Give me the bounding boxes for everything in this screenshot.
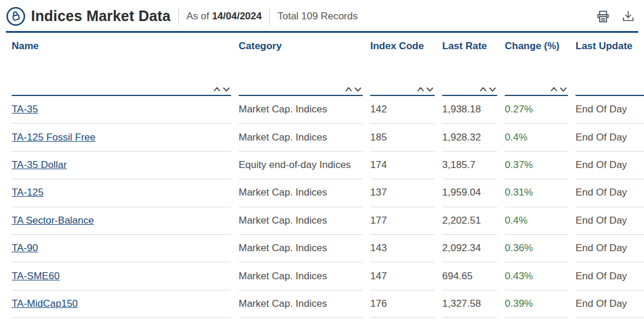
cell-change-pct: 0.31% (505, 179, 568, 207)
index-name-link[interactable]: TA-125 Fossil Free (12, 132, 95, 143)
cell-last-rate: 1,938.18 (442, 96, 497, 124)
cell-last-rate: 1,928.32 (442, 124, 497, 151)
index-name-link[interactable]: TA-125 (12, 187, 44, 198)
column-header-last-update: Last Update (576, 33, 644, 55)
chevron-down-icon[interactable] (488, 85, 497, 93)
as-of-date: As of14/04/2024 (187, 11, 262, 22)
cell-last-update: End Of Day (576, 290, 644, 318)
as-of-label: As of (187, 11, 209, 22)
sort-control-change (549, 85, 568, 93)
cell-last-update: End Of Day (576, 179, 644, 207)
cell-last-rate: 2,092.34 (442, 235, 497, 262)
chevron-up-icon[interactable] (212, 85, 222, 93)
filter-cell-category (239, 55, 363, 96)
printer-icon (595, 8, 611, 25)
cell-name: TA-MidCap150 (12, 290, 231, 318)
filter-cell-last-update (576, 55, 644, 96)
cell-last-update: End Of Day (576, 235, 644, 262)
cell-last-rate: 1,959.04 (442, 179, 497, 207)
column-header-last-rate: Last Rate (442, 33, 497, 55)
indices-table: NameCategoryIndex CodeLast RateChange (%… (0, 33, 644, 318)
filter-input-category[interactable] (239, 79, 344, 93)
cell-change-pct: 0.39% (505, 290, 568, 318)
index-name-link[interactable]: TA Sector-Balance (12, 215, 94, 227)
sort-control-name (212, 85, 231, 93)
cell-name: TA-125 (12, 179, 231, 207)
filter-input-change[interactable] (505, 79, 549, 93)
cell-last-update: End Of Day (576, 96, 644, 124)
cell-index-code: 177 (370, 207, 435, 235)
chevron-up-icon[interactable] (478, 85, 488, 93)
filter-input-last-update[interactable] (576, 79, 644, 93)
cell-last-rate: 694.65 (442, 262, 497, 290)
cell-category: Market Cap. Indices (239, 290, 363, 318)
cell-category: Market Cap. Indices (239, 124, 363, 151)
column-header-category: Category (239, 33, 363, 55)
download-button[interactable] (619, 8, 637, 25)
cell-category: Market Cap. Indices (239, 207, 363, 235)
filter-cell-index-code (370, 55, 435, 96)
cell-last-update: End Of Day (576, 124, 644, 151)
column-header-change: Change (%) (505, 33, 568, 55)
filter-input-index-code[interactable] (370, 79, 416, 93)
cell-last-rate: 3,185.7 (442, 152, 497, 179)
cell-last-update: End Of Day (576, 152, 644, 179)
chevron-down-icon[interactable] (353, 85, 363, 93)
cell-category: Market Cap. Indices (239, 96, 363, 124)
cell-index-code: 143 (370, 235, 435, 262)
chevron-up-icon[interactable] (344, 85, 353, 93)
cell-category: Market Cap. Indices (239, 179, 363, 207)
cell-change-pct: 0.43% (505, 262, 568, 290)
filter-input-last-rate[interactable] (442, 79, 478, 93)
cell-index-code: 142 (370, 96, 435, 124)
cell-name: TA-35 (12, 96, 231, 124)
filter-cell-change (505, 55, 568, 96)
filter-cell-last-rate (442, 55, 497, 96)
cell-index-code: 174 (370, 152, 435, 179)
cell-last-rate: 1,327.58 (442, 290, 497, 318)
filter-input-name[interactable] (12, 79, 212, 93)
index-name-link[interactable]: TA-35 Dollar (12, 159, 67, 171)
cell-index-code: 137 (370, 179, 435, 207)
cell-change-pct: 0.4% (505, 124, 568, 151)
index-name-link[interactable]: TA-MidCap150 (12, 298, 78, 310)
cell-index-code: 147 (370, 262, 435, 290)
sort-control-index-code (416, 85, 435, 93)
cell-change-pct: 0.37% (505, 152, 568, 179)
column-header-name: Name (12, 33, 231, 55)
page-header: Indices Market Data As of14/04/2024 Tota… (6, 0, 638, 33)
cell-category: Market Cap. Indices (239, 262, 363, 290)
cell-last-update: End Of Day (576, 262, 644, 290)
cell-name: TA-35 Dollar (12, 152, 231, 179)
page-title: Indices Market Data (31, 8, 171, 25)
cell-name: TA Sector-Balance (12, 207, 231, 235)
index-name-link[interactable]: TA-35 (12, 104, 38, 115)
cell-change-pct: 0.4% (505, 207, 568, 235)
total-records: Total 109 Records (277, 11, 357, 22)
cell-category: Market Cap. Indices (239, 235, 363, 262)
unlocked-padlock-circle-icon (6, 6, 26, 26)
sort-control-category (344, 85, 363, 93)
sort-control-last-rate (478, 85, 497, 93)
chevron-down-icon[interactable] (425, 85, 435, 93)
cell-change-pct: 0.27% (505, 96, 568, 124)
download-icon (621, 9, 636, 24)
cell-last-rate: 2,202.51 (442, 207, 497, 235)
header-divider (178, 8, 179, 25)
cell-index-code: 185 (370, 124, 435, 151)
cell-name: TA-125 Fossil Free (12, 124, 231, 151)
index-name-link[interactable]: TA-SME60 (12, 270, 60, 282)
header-divider (269, 8, 270, 25)
index-name-link[interactable]: TA-90 (12, 242, 38, 254)
cell-name: TA-90 (12, 235, 231, 262)
print-button[interactable] (594, 7, 612, 26)
cell-last-update: End Of Day (576, 207, 644, 235)
chevron-up-icon[interactable] (416, 85, 425, 93)
cell-name: TA-SME60 (12, 262, 231, 290)
cell-change-pct: 0.36% (505, 235, 568, 262)
cell-index-code: 176 (370, 290, 435, 318)
column-header-index-code: Index Code (370, 33, 435, 55)
chevron-down-icon[interactable] (222, 85, 231, 93)
chevron-up-icon[interactable] (549, 85, 559, 93)
chevron-down-icon[interactable] (559, 85, 568, 93)
